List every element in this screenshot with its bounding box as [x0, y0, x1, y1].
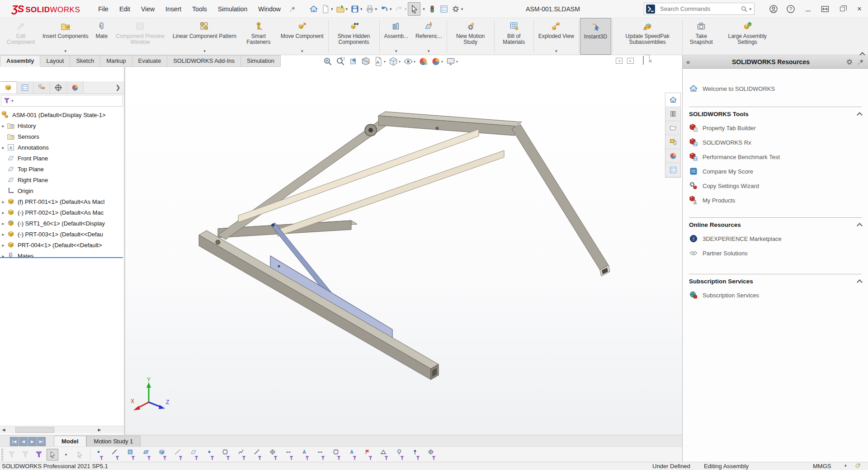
- tab-model[interactable]: Model: [54, 436, 86, 446]
- tree-item-annotations[interactable]: ▸Annotations: [0, 142, 124, 153]
- tree-item-right-plane[interactable]: Right Plane: [0, 174, 124, 185]
- ribbon-linear-component-pattern[interactable]: Linear Component Pattern▾: [169, 18, 240, 55]
- filter-planes-icon[interactable]: [188, 449, 199, 461]
- graphics-area[interactable]: X Y Z: [125, 67, 682, 435]
- menu-insert[interactable]: Insert: [160, 1, 187, 17]
- search-icon[interactable]: [741, 5, 748, 13]
- restore-button[interactable]: [834, 0, 851, 18]
- task-pane-options-icon[interactable]: [845, 58, 854, 66]
- search-commands-box[interactable]: ▾: [644, 3, 755, 15]
- filter-axes-icon[interactable]: [172, 449, 183, 461]
- dynamic-annotation-views-icon[interactable]: ▾: [373, 56, 387, 66]
- zoom-to-fit-icon[interactable]: [322, 56, 334, 66]
- tab-property-manager[interactable]: [17, 81, 33, 94]
- filter-surface-bodies-icon[interactable]: [141, 449, 151, 461]
- minimize-button[interactable]: [799, 0, 816, 18]
- tree-item-prt-004[interactable]: ▸PRT-004<1> (Default<<Default>: [0, 240, 124, 250]
- tab-sketch[interactable]: Sketch: [70, 55, 100, 67]
- tree-item-prt-002[interactable]: ▸(-) PRT-002<1> (Default<As Mac: [0, 207, 124, 218]
- tab-custom-properties[interactable]: [665, 163, 680, 177]
- filter-weld-symbols-icon[interactable]: [394, 449, 405, 461]
- collapse-section-icon[interactable]: [857, 279, 863, 285]
- tag-icon[interactable]: [854, 463, 861, 469]
- menu-edit[interactable]: Edit: [114, 1, 136, 17]
- tab-feature-manager[interactable]: [0, 81, 17, 94]
- collapse-left-pane-icon[interactable]: ◂: [616, 58, 623, 64]
- first-tab-button[interactable]: |◀: [10, 437, 19, 446]
- status-units[interactable]: MMGS: [813, 463, 831, 470]
- units-dropdown-icon[interactable]: ▴: [844, 463, 847, 467]
- clear-all-filters-icon[interactable]: [6, 449, 18, 461]
- filter-sketch-points-icon[interactable]: [204, 449, 215, 461]
- tab-motion-study-1[interactable]: Motion Study 1: [86, 436, 141, 446]
- filter-faces-icon[interactable]: [125, 449, 136, 461]
- ribbon-move-component[interactable]: Move Component▾: [277, 18, 327, 55]
- filter-geometric-tolerances-icon[interactable]: [346, 449, 357, 461]
- filter-edges-icon[interactable]: [109, 449, 120, 461]
- tree-item-srt1-60[interactable]: ▸(-) SRT1_60<1> (Default<Display: [0, 218, 124, 229]
- user-account-icon[interactable]: [765, 0, 782, 18]
- undo-button[interactable]: ▾: [378, 2, 393, 16]
- menu-tools[interactable]: Tools: [187, 1, 212, 17]
- scrollbar-thumb[interactable]: [15, 427, 54, 433]
- link-solidworks-rx[interactable]: SOLIDWORKS Rx: [683, 135, 868, 150]
- ribbon-update-speedpak[interactable]: Update SpeedPak Subassemblies: [613, 18, 681, 55]
- ribbon-smart-fasteners[interactable]: Smart Fasteners: [240, 18, 277, 55]
- dropdown-arrow[interactable]: ▾: [555, 49, 557, 54]
- ribbon-edit-component[interactable]: Edit Component: [3, 18, 39, 55]
- link-partner-solutions[interactable]: Partner Solutions: [683, 246, 868, 260]
- dropdown-arrow[interactable]: ▾: [203, 49, 206, 54]
- tree-item-front-plane[interactable]: Front Plane: [0, 153, 124, 164]
- link-copy-settings-wizard[interactable]: Copy Settings Wizard: [683, 179, 868, 193]
- toolbar-drag-handle[interactable]: [1, 449, 3, 461]
- section-solidworks-tools[interactable]: SOLIDWORKS Tools: [683, 107, 868, 121]
- rebuild-button[interactable]: [426, 2, 438, 16]
- section-view-icon[interactable]: [360, 56, 372, 66]
- tree-item-prt-001[interactable]: ▸(f) PRT-001<1> (Default<As Macl: [0, 196, 124, 207]
- dropdown-arrow[interactable]: ▾: [428, 49, 430, 54]
- tab-solidworks-resources[interactable]: [665, 93, 680, 107]
- filter-sketches-icon[interactable]: [220, 449, 231, 461]
- tab-evaluate[interactable]: Evaluate: [132, 55, 168, 67]
- edit-appearance-icon[interactable]: [417, 56, 429, 66]
- pin-menu-icon[interactable]: [289, 5, 296, 13]
- task-pane-pin-icon[interactable]: [857, 58, 864, 66]
- filter-annotations-icon[interactable]: [315, 449, 326, 461]
- dropdown-arrow[interactable]: ▾: [64, 49, 66, 54]
- filter-balloons-icon[interactable]: [410, 449, 420, 461]
- collapse-section-icon[interactable]: [857, 223, 863, 229]
- tab-appearances-scenes[interactable]: [665, 149, 680, 163]
- span-displays-button[interactable]: [816, 0, 834, 18]
- ribbon-bill-of-materials[interactable]: Bill of Materials: [495, 18, 533, 55]
- print-button[interactable]: ▾: [364, 2, 379, 16]
- toggle-selection-filters-icon[interactable]: [19, 449, 31, 461]
- dropdown-arrow[interactable]: ▾: [301, 49, 303, 54]
- select-tool-dropdown[interactable]: ▾: [60, 449, 72, 461]
- tree-item-sensors[interactable]: Sensors: [0, 131, 124, 142]
- ribbon-insert-components[interactable]: Insert Components▾: [39, 18, 92, 55]
- select-dropdown[interactable]: ▾: [420, 2, 426, 16]
- ribbon-component-preview-window[interactable]: Component Preview Window: [111, 18, 169, 55]
- tab-assembly[interactable]: Assembly: [0, 55, 40, 67]
- filter-midpoints-icon[interactable]: [251, 449, 262, 461]
- section-online-resources[interactable]: Online Resources: [683, 218, 868, 231]
- tree-item-history[interactable]: ▸History: [0, 120, 124, 131]
- filter-centerlines-icon[interactable]: [283, 449, 294, 461]
- tree-item-top-plane[interactable]: Top Plane: [0, 164, 124, 174]
- filter-connection-points-icon[interactable]: [425, 449, 436, 461]
- dropdown-arrow[interactable]: ▾: [395, 49, 397, 54]
- tab-configuration-manager[interactable]: [33, 81, 50, 94]
- scroll-right-icon[interactable]: ▶: [96, 428, 103, 432]
- select-tool-icon[interactable]: [47, 449, 58, 461]
- tab-dimxpert-manager[interactable]: [50, 81, 67, 94]
- link-compare-my-score[interactable]: Compare My Score: [683, 164, 868, 179]
- prev-tab-button[interactable]: ◀: [19, 437, 28, 446]
- link-subscription-services[interactable]: Subscription Services: [683, 288, 868, 302]
- tab-design-library[interactable]: [665, 107, 680, 121]
- new-document-button[interactable]: ▾: [320, 2, 335, 16]
- select-button[interactable]: [408, 2, 420, 16]
- tree-selection-bar[interactable]: [0, 257, 123, 258]
- ribbon-new-motion-study[interactable]: New Motion Study: [448, 18, 493, 55]
- next-tab-button[interactable]: ▶: [28, 437, 37, 446]
- apply-scene-icon[interactable]: ▾: [430, 56, 444, 66]
